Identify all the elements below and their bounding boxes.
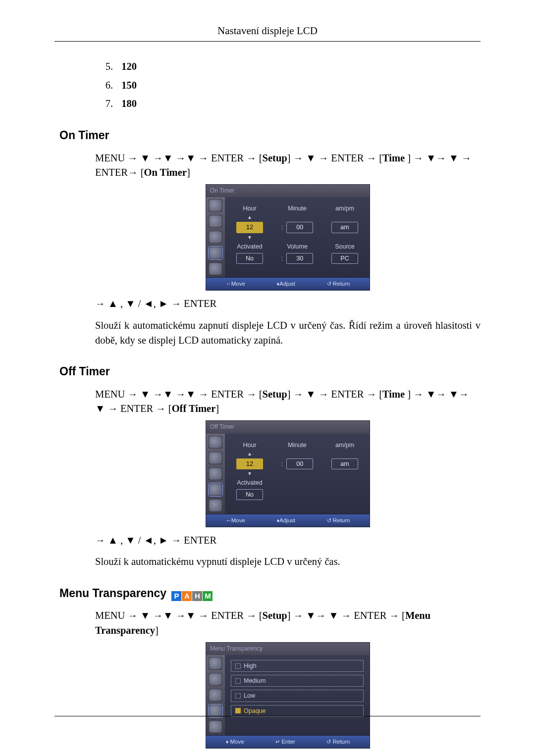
osd-title: On Timer — [206, 185, 370, 197]
nav-time: Time — [382, 152, 405, 163]
osd-hour-field[interactable]: 12 — [236, 458, 263, 469]
footer-adjust: Adjust — [279, 281, 295, 287]
footer-move: Move — [230, 739, 244, 745]
osd-tab-icon[interactable] — [209, 483, 222, 496]
osd-activated-field[interactable]: No — [236, 489, 263, 500]
off-timer-nav2: → ▲ , ▼ / ◄, ► → ENTER — [95, 533, 481, 548]
osd-tab-icon[interactable] — [209, 657, 222, 670]
badge-m: M — [203, 591, 213, 601]
osd-minute-field[interactable]: 00 — [286, 458, 313, 469]
option-label: High — [244, 661, 257, 670]
heading-text: Menu Transparency — [59, 587, 166, 600]
return-icon: ↺ — [327, 517, 331, 523]
page-header: Nastavení displeje LCD — [54, 25, 481, 41]
list-index: 6. — [99, 78, 113, 93]
osd-label-minute: Minute — [278, 441, 316, 450]
return-icon: ↺ — [326, 739, 331, 745]
move-icon: ↔ — [226, 517, 231, 523]
footer-return: Return — [333, 739, 350, 745]
nav-text: ] → ▼ → ENTER → [ — [287, 152, 382, 163]
on-timer-desc: Slouží k automatickému zapnutí displeje … — [95, 318, 481, 348]
osd-ampm-field[interactable]: am — [331, 458, 358, 469]
transparency-option-opaque[interactable]: Opaque — [231, 705, 364, 717]
option-label: Opaque — [244, 706, 266, 715]
footer-rule — [54, 716, 481, 716]
osd-footer: ↔Move ♦Adjust ↺ Return — [206, 277, 370, 290]
osd-tab-icon[interactable] — [209, 436, 222, 449]
osd-tab-icon[interactable] — [209, 499, 222, 512]
osd-label-volume: Volume — [278, 242, 316, 251]
badge-h: H — [192, 591, 202, 601]
nav-setup: Setup — [263, 610, 287, 621]
nav-time: Time — [382, 389, 405, 400]
menu-transparency-osd: Menu Transparency High Medium Low — [206, 642, 370, 749]
footer-adjust: Adjust — [279, 517, 295, 523]
nav-setup: Setup — [263, 152, 287, 163]
nav-on-timer: On Timer — [144, 167, 187, 178]
osd-footer: ↔Move ♦Adjust ↺ Return — [206, 514, 370, 527]
move-icon: ↔ — [226, 281, 231, 287]
transparency-option-medium[interactable]: Medium — [231, 675, 364, 687]
menu-transparency-heading: Menu Transparency P A H M — [59, 585, 481, 602]
nav-off-timer: Off Timer — [172, 403, 216, 414]
on-timer-heading: On Timer — [59, 127, 481, 144]
off-timer-osd: Off Timer Hour Minute am/pm — [206, 420, 370, 527]
option-label: Low — [244, 691, 255, 700]
menu-transparency-nav: MENU → ▼ →▼ →▼ → ENTER → [Setup] → ▼→ ▼ … — [95, 608, 481, 638]
osd-label-ampm: am/pm — [326, 441, 364, 450]
osd-label-hour: Hour — [231, 441, 268, 450]
radio-icon — [235, 708, 241, 713]
nav-text: ] — [215, 403, 219, 414]
osd-tab-icon[interactable] — [209, 673, 222, 686]
osd-tab-icon[interactable] — [209, 720, 222, 733]
osd-tab-icon[interactable] — [209, 231, 222, 244]
osd-activated-field[interactable]: No — [236, 253, 263, 264]
nav-setup: Setup — [263, 389, 287, 400]
transparency-option-high[interactable]: High — [231, 660, 364, 672]
footer-enter: Enter — [281, 739, 295, 745]
up-triangle-icon: ▲ — [231, 215, 268, 220]
on-timer-nav: MENU → ▼ →▼ →▼ → ENTER → [Setup] → ▼ → E… — [95, 151, 481, 180]
radio-icon — [235, 678, 241, 684]
list-value: 180 — [121, 98, 137, 109]
osd-tab-icon[interactable] — [209, 199, 222, 212]
move-icon: ♦ — [226, 739, 229, 745]
list-value: 120 — [121, 61, 137, 72]
osd-label-hour: Hour — [231, 204, 268, 213]
on-timer-osd: On Timer Hour Minute am/pm — [206, 184, 370, 291]
badge-p: P — [171, 591, 181, 601]
footer-return: Return — [333, 281, 350, 287]
on-timer-nav2: → ▲ , ▼ / ◄, ► → ENTER — [95, 297, 481, 311]
off-timer-desc: Slouží k automatickému vypnutí displeje … — [95, 554, 481, 569]
osd-sidebar — [206, 655, 225, 735]
osd-tab-icon[interactable] — [209, 467, 222, 480]
nav-text: ] → ▼ → ENTER → [ — [287, 389, 382, 400]
osd-title: Off Timer — [206, 421, 370, 433]
nav-text: MENU → ▼ →▼ →▼ → ENTER → [ — [95, 389, 263, 400]
numbered-list: 5. 120 6. 150 7. 180 — [99, 59, 481, 111]
osd-volume-field[interactable]: 30 — [286, 253, 313, 264]
nav-text: MENU → ▼ →▼ →▼ → ENTER → [ — [95, 610, 263, 621]
osd-tab-icon[interactable] — [209, 452, 222, 464]
osd-sidebar — [206, 197, 225, 277]
nav-text: ] — [155, 625, 159, 636]
list-index: 7. — [99, 97, 113, 111]
osd-source-field[interactable]: PC — [331, 253, 358, 264]
osd-tab-icon[interactable] — [209, 215, 222, 228]
list-item: 7. 180 — [99, 97, 481, 111]
osd-tab-icon[interactable] — [209, 247, 222, 259]
osd-label-activated: Activated — [231, 242, 268, 251]
nav-text: ] → ▼→ ▼ → ENTER → [ — [287, 610, 405, 621]
radio-icon — [235, 663, 241, 669]
osd-tab-icon[interactable] — [209, 689, 222, 702]
down-triangle-icon: ▼ — [231, 471, 268, 476]
list-index: 5. — [99, 59, 113, 74]
osd-hour-field[interactable]: 12 — [236, 222, 263, 233]
osd-minute-field[interactable]: 00 — [286, 222, 313, 233]
osd-tab-icon[interactable] — [209, 262, 222, 275]
enter-icon: ↵ — [275, 739, 280, 745]
osd-ampm-field[interactable]: am — [331, 222, 358, 233]
badge-a: A — [182, 591, 192, 601]
transparency-option-low[interactable]: Low — [231, 690, 364, 702]
list-item: 5. 120 — [99, 59, 481, 74]
